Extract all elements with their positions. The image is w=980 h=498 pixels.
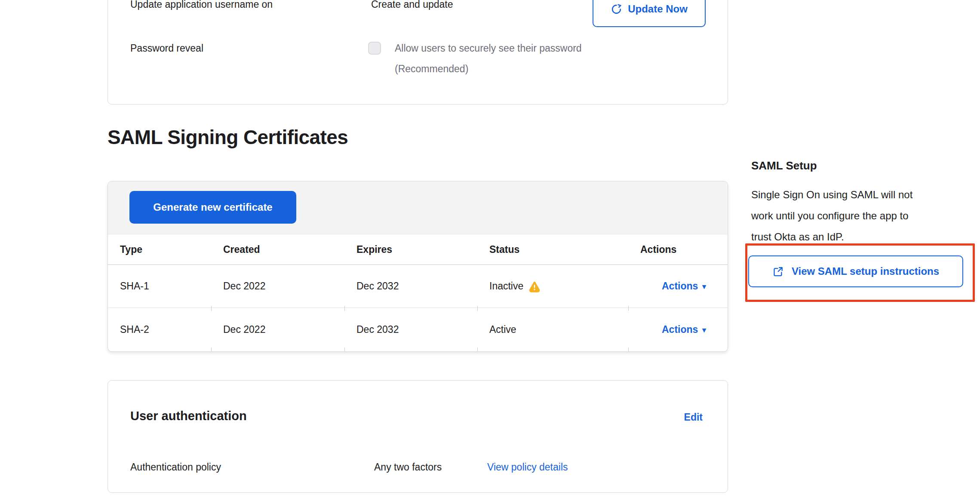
caret-down-icon: ▾	[702, 282, 706, 291]
saml-setup-description-line: work until you configure the app to	[751, 205, 980, 226]
actions-label: Actions	[662, 280, 698, 292]
saml-certificates-panel: Generate new certificate Type Created Ex…	[108, 181, 728, 352]
saml-setup-heading: SAML Setup	[751, 159, 817, 172]
column-header-status: Status	[477, 244, 628, 255]
saml-setup-description-line: Single Sign On using SAML will not	[751, 184, 980, 205]
certificates-table-header: Type Created Expires Status Actions	[108, 234, 728, 265]
cell-created: Dec 2022	[211, 280, 344, 292]
page-title: SAML Signing Certificates	[108, 126, 348, 149]
view-policy-details-link[interactable]: View policy details	[487, 461, 568, 473]
update-now-button[interactable]: Update Now	[593, 0, 706, 27]
certificates-panel-header: Generate new certificate	[108, 181, 728, 234]
status-text: Active	[489, 324, 516, 335]
cell-created: Dec 2022	[211, 324, 344, 335]
cell-status: Active	[477, 324, 628, 335]
column-header-created: Created	[211, 244, 344, 255]
cell-actions: Actions ▾	[628, 324, 728, 335]
user-authentication-card: User authentication Edit Authentication …	[108, 380, 728, 493]
password-reveal-label: Password reveal	[130, 43, 203, 54]
cell-actions: Actions ▾	[628, 280, 728, 292]
edit-link[interactable]: Edit	[684, 412, 703, 423]
view-saml-setup-instructions-label: View SAML setup instructions	[792, 265, 939, 277]
column-header-actions: Actions	[628, 244, 728, 255]
external-link-icon	[772, 266, 784, 277]
authentication-policy-label: Authentication policy	[130, 461, 221, 473]
column-tick	[628, 347, 629, 352]
app-settings-card: Update application username on Create an…	[108, 0, 728, 105]
saml-setup-description-line: trust Okta as an IdP.	[751, 226, 980, 247]
column-header-expires: Expires	[344, 244, 477, 255]
user-authentication-title: User authentication	[130, 409, 247, 423]
actions-dropdown-sha1[interactable]: Actions ▾	[640, 280, 728, 292]
column-header-type: Type	[108, 244, 211, 255]
username-update-label: Update application username on	[130, 0, 273, 10]
warning-icon	[528, 280, 541, 292]
column-tick	[344, 306, 345, 311]
refresh-icon	[611, 3, 622, 15]
column-tick	[628, 306, 629, 311]
cell-type: SHA-2	[108, 324, 211, 335]
password-reveal-checkbox[interactable]	[368, 42, 381, 55]
update-now-label: Update Now	[628, 3, 688, 15]
cell-type: SHA-1	[108, 280, 211, 292]
cell-expires: Dec 2032	[344, 324, 477, 335]
password-reveal-help-line1: Allow users to securely see their passwo…	[395, 43, 582, 54]
password-reveal-help-line2: (Recommended)	[395, 63, 468, 75]
actions-dropdown-sha2[interactable]: Actions ▾	[640, 324, 728, 335]
status-text: Inactive	[489, 280, 523, 292]
column-tick	[211, 347, 212, 352]
column-tick	[477, 306, 478, 311]
table-row-sha1: SHA-1 Dec 2022 Dec 2032 Inactive Actions…	[108, 265, 728, 308]
authentication-policy-value: Any two factors	[374, 461, 442, 473]
view-saml-setup-instructions-button[interactable]: View SAML setup instructions	[748, 255, 963, 287]
caret-down-icon: ▾	[702, 326, 706, 335]
cell-status: Inactive	[477, 280, 628, 292]
table-row-sha2: SHA-2 Dec 2022 Dec 2032 Active Actions ▾	[108, 308, 728, 351]
username-update-value: Create and update	[371, 0, 453, 10]
column-tick	[211, 306, 212, 311]
actions-label: Actions	[662, 324, 698, 335]
column-tick	[477, 347, 478, 352]
generate-certificate-label: Generate new certificate	[153, 201, 272, 213]
generate-certificate-button[interactable]: Generate new certificate	[129, 191, 296, 224]
saml-setup-description: Single Sign On using SAML will not work …	[751, 184, 980, 247]
column-tick	[344, 347, 345, 352]
cell-expires: Dec 2032	[344, 280, 477, 292]
